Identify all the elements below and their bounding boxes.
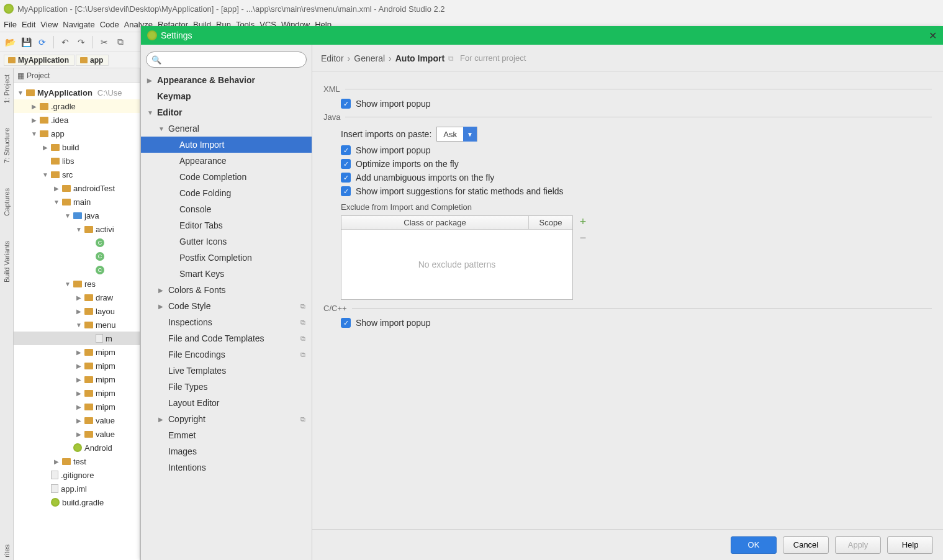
tree-row[interactable]: C [14, 236, 140, 250]
settings-item[interactable]: File Encodings⧉ [141, 346, 312, 363]
tree-row[interactable]: Android [14, 441, 140, 454]
search-field[interactable]: 🔍 [146, 52, 307, 68]
tree-row[interactable]: ▶draw [14, 291, 140, 304]
tree-row[interactable]: ▶.gradle [14, 99, 140, 113]
tree-row[interactable]: C [14, 263, 140, 277]
settings-item[interactable]: Inspections⧉ [141, 314, 312, 330]
settings-item[interactable]: Smart Keys [141, 266, 312, 282]
tree-row[interactable]: ▼activi [14, 222, 140, 236]
section-java: Java [323, 112, 932, 122]
checkbox-unambiguous-imports[interactable]: ✓ [341, 173, 351, 183]
tree-row[interactable]: ▶mipm [14, 400, 140, 413]
settings-item[interactable]: Auto Import [141, 137, 312, 153]
tree-row[interactable]: ▼menu [14, 318, 140, 332]
settings-item[interactable]: Layout Editor [141, 395, 312, 411]
menu-code[interactable]: Code [100, 20, 119, 29]
settings-item[interactable]: ▼Editor [141, 104, 312, 120]
tree-root[interactable]: ▼ MyApplication C:\Use [14, 86, 140, 99]
tree-row[interactable]: ▼res [14, 277, 140, 291]
tree-row[interactable]: build.gradle [14, 495, 140, 509]
breadcrumb-item[interactable]: MyApplication [4, 55, 74, 66]
remove-exclude-button[interactable]: − [577, 232, 589, 244]
project-scope-icon: ⧉ [300, 318, 305, 327]
settings-item[interactable]: Appearance [141, 153, 312, 169]
settings-item[interactable]: ▶Code Style⧉ [141, 298, 312, 314]
tree-row[interactable]: ▶mipm [14, 345, 140, 359]
menu-file[interactable]: File [4, 20, 17, 29]
project-pane: ▦ Project ▼ MyApplication C:\Use ▶.gradl… [14, 68, 140, 560]
tree-row[interactable]: ▶value [14, 427, 140, 441]
settings-item[interactable]: Live Templates [141, 363, 312, 379]
tree-row[interactable]: ▼src [14, 168, 140, 181]
settings-item[interactable]: File Types [141, 379, 312, 395]
settings-item[interactable]: Keymap [141, 88, 312, 104]
side-tab-structure[interactable]: 7: Structure [3, 128, 11, 163]
tree-row[interactable]: ▼app [14, 127, 140, 140]
settings-item[interactable]: Emmet [141, 427, 312, 443]
tree-row[interactable]: ▶value [14, 413, 140, 427]
menu-navigate[interactable]: Navigate [63, 20, 94, 29]
side-tab-project[interactable]: 1: Project [3, 75, 11, 103]
settings-item[interactable]: Images [141, 443, 312, 459]
settings-item[interactable]: ▶Copyright⧉ [141, 411, 312, 427]
tree-row[interactable]: ▶mipm [14, 386, 140, 400]
search-input[interactable] [164, 55, 301, 65]
settings-item[interactable]: File and Code Templates⧉ [141, 330, 312, 346]
settings-item[interactable]: Code Completion [141, 169, 312, 185]
project-pane-header[interactable]: ▦ Project [14, 68, 140, 83]
menu-edit[interactable]: Edit [22, 20, 35, 29]
copy-icon[interactable]: ⧉ [114, 36, 127, 48]
settings-item[interactable]: ▼General [141, 120, 312, 137]
settings-item[interactable]: Code Folding [141, 185, 312, 201]
redo-icon[interactable]: ↷ [75, 36, 88, 48]
tree-row[interactable]: m [14, 332, 140, 345]
open-icon[interactable]: 📂 [4, 36, 16, 48]
tree-row[interactable]: ▼main [14, 195, 140, 209]
cut-icon[interactable]: ✂ [98, 36, 111, 48]
tree-row[interactable]: ▼java [14, 209, 140, 222]
side-tab-bottom[interactable]: rites [3, 544, 11, 558]
save-icon[interactable]: 💾 [20, 36, 32, 48]
tree-row[interactable]: ▶build [14, 140, 140, 154]
cancel-button[interactable]: Cancel [783, 536, 829, 554]
close-icon[interactable]: ✕ [929, 30, 937, 42]
settings-item[interactable]: ▶Colors & Fonts [141, 282, 312, 298]
pkg-icon [73, 281, 82, 287]
sync-icon[interactable]: ⟳ [36, 36, 48, 48]
col-class[interactable]: Class or package [341, 216, 529, 229]
settings-item[interactable]: Intentions [141, 459, 312, 476]
tree-row[interactable]: ▶mipm [14, 359, 140, 373]
col-scope[interactable]: Scope [529, 216, 572, 229]
tree-row[interactable]: libs [14, 154, 140, 168]
tree-row[interactable]: ▶layou [14, 304, 140, 318]
menu-view[interactable]: View [40, 20, 58, 29]
settings-item[interactable]: ▶Appearance & Behavior [141, 72, 312, 88]
settings-item[interactable]: Editor Tabs [141, 217, 312, 233]
side-tab-build-variants[interactable]: Build Variants [3, 241, 11, 282]
checkbox-xml-show-popup[interactable]: ✓ [341, 99, 351, 109]
undo-icon[interactable]: ↶ [59, 36, 71, 48]
tree-row[interactable]: ▶mipm [14, 373, 140, 386]
tree-row[interactable]: ▶test [14, 454, 140, 468]
settings-item[interactable]: Postfix Completion [141, 250, 312, 266]
project-scope-icon: ⧉ [300, 415, 305, 423]
ok-button[interactable]: OK [731, 536, 777, 554]
checkbox-optimize-imports[interactable]: ✓ [341, 159, 351, 169]
side-tab-captures[interactable]: Captures [3, 188, 11, 216]
help-button[interactable]: Help [887, 536, 933, 554]
exclude-empty: No exclude patterns [341, 230, 572, 299]
tree-row[interactable]: ▶.idea [14, 113, 140, 127]
apply-button[interactable]: Apply [835, 536, 881, 554]
tree-row[interactable]: ▶androidTest [14, 181, 140, 195]
tree-row[interactable]: C [14, 250, 140, 263]
checkbox-java-show-popup[interactable]: ✓ [341, 145, 351, 155]
settings-item[interactable]: Console [141, 201, 312, 217]
checkbox-cpp-show-popup[interactable]: ✓ [341, 318, 351, 328]
settings-item[interactable]: Gutter Icons [141, 233, 312, 250]
add-exclude-button[interactable]: + [577, 215, 589, 228]
tree-row[interactable]: .gitignore [14, 468, 140, 482]
breadcrumb-item[interactable]: app [76, 55, 109, 66]
insert-on-paste-select[interactable]: Ask ▼ [436, 127, 477, 142]
checkbox-static-suggestions[interactable]: ✓ [341, 186, 351, 196]
tree-row[interactable]: app.iml [14, 482, 140, 495]
